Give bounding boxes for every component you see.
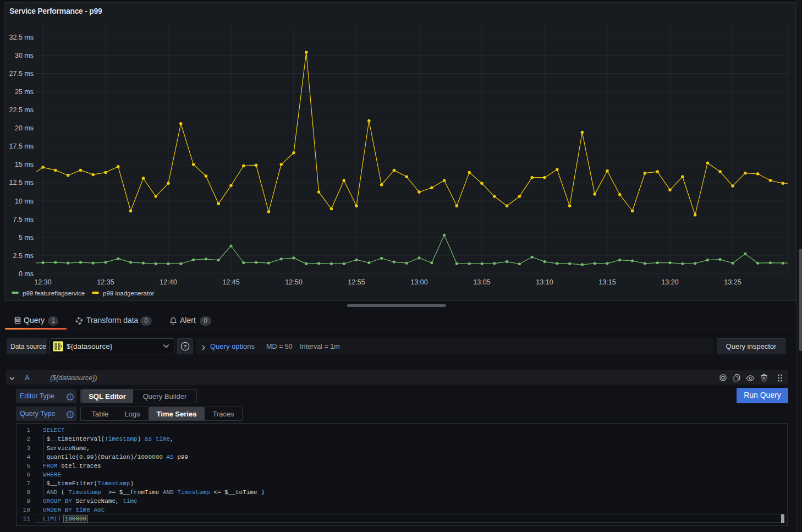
svg-text:25 ms: 25 ms [15,88,34,96]
svg-text:12:50: 12:50 [285,278,302,286]
svg-text:32.5 ms: 32.5 ms [9,34,34,41]
svg-text:15 ms: 15 ms [15,161,34,168]
svg-text:30 ms: 30 ms [15,52,34,59]
svg-text:12:45: 12:45 [222,278,239,286]
svg-text:13:25: 13:25 [724,278,741,286]
svg-text:20 ms: 20 ms [15,124,34,132]
svg-text:13:05: 13:05 [473,278,490,286]
svg-text:22.5 ms: 22.5 ms [9,106,34,114]
svg-text:p99 loadgenerator: p99 loadgenerator [103,290,155,297]
svg-text:13:20: 13:20 [661,278,678,286]
svg-text:13:15: 13:15 [598,278,616,286]
svg-text:5 ms: 5 ms [19,234,34,242]
svg-text:0 ms: 0 ms [19,270,34,278]
svg-text:12:40: 12:40 [160,278,177,286]
svg-text:p99 featureflagservice: p99 featureflagservice [23,290,85,297]
svg-text:13:00: 13:00 [410,278,427,286]
svg-text:12.5 ms: 12.5 ms [9,179,34,187]
svg-text:?: ? [183,343,186,349]
svg-text:13:10: 13:10 [536,278,553,286]
svg-text:27.5 ms: 27.5 ms [9,70,34,78]
svg-text:12:55: 12:55 [348,278,365,286]
svg-text:10 ms: 10 ms [15,198,34,205]
svg-text:12:30: 12:30 [34,278,51,286]
svg-text:17.5 ms: 17.5 ms [9,142,34,150]
svg-text:7.5 ms: 7.5 ms [13,216,34,223]
svg-text:12:35: 12:35 [97,278,114,286]
svg-text:2.5 ms: 2.5 ms [13,252,34,260]
